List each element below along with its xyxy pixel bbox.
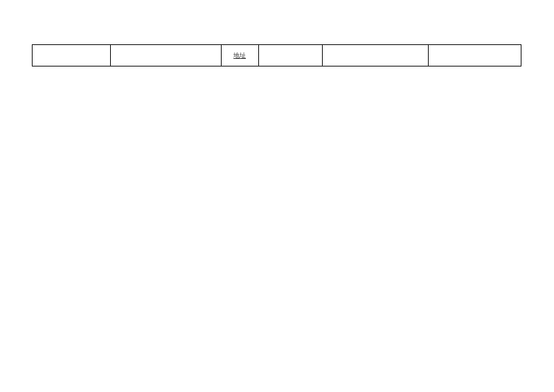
data-table: 地址: [32, 44, 521, 66]
table-cell-3: 地址: [221, 45, 258, 66]
table-cell-4: [258, 45, 323, 66]
table-cell-6: [429, 45, 521, 66]
table-cell-5: [323, 45, 429, 66]
table-container: 地址: [32, 44, 521, 66]
table-row: 地址: [33, 45, 521, 66]
table-cell-2: [110, 45, 221, 66]
table-cell-1: [33, 45, 111, 66]
cell-text-address: 地址: [233, 52, 246, 59]
